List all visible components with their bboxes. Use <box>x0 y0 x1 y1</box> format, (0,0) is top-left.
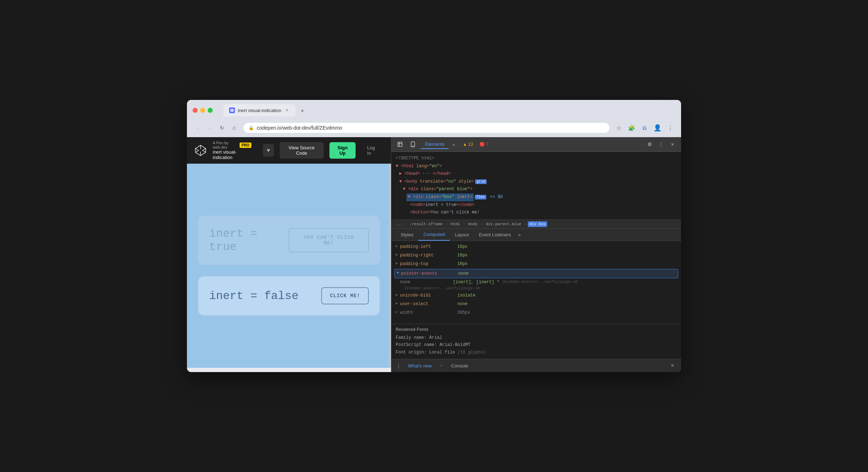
inert-false-label: inert = false <box>209 289 299 303</box>
css-prop-padding-right[interactable]: ▶ padding-right 16px <box>391 251 681 260</box>
click-me-button[interactable]: CLICK ME! <box>321 287 369 304</box>
profile-btn[interactable]: 👤 <box>652 123 662 133</box>
whats-new-close-btn[interactable]: × <box>438 362 445 369</box>
css-source-link-row: ZEvdmmo:anon=tr...ew=fullpage:30 <box>391 285 681 291</box>
warning-badge[interactable]: ▲ 13 <box>460 141 475 148</box>
bottom-dots-btn[interactable]: ⋮ <box>396 362 401 369</box>
layout-tab[interactable]: Layout <box>450 229 474 240</box>
close-traffic-light[interactable] <box>193 108 198 113</box>
devtools-more-btn[interactable]: ⋮ <box>656 139 666 149</box>
google-btn[interactable]: G <box>640 123 650 133</box>
minimize-traffic-light[interactable] <box>200 108 205 113</box>
extensions-btn[interactable]: 🧩 <box>627 123 637 133</box>
reload-btn[interactable]: ↻ <box>217 123 227 133</box>
styles-tab[interactable]: Styles <box>396 229 418 240</box>
forward-btn[interactable]: › <box>205 123 215 133</box>
font-glyphs-text: (18 glyphs) <box>458 350 486 355</box>
new-tab-btn[interactable]: + <box>297 106 308 116</box>
codepen-favicon <box>229 107 235 113</box>
active-tab[interactable]: inert visual-indication × <box>223 104 295 116</box>
address-bar: ‹ › ↻ ⌂ 🔒 codepen.io/web-dot-dev/full/ZE… <box>187 120 681 137</box>
computed-tab[interactable]: Computed <box>418 229 450 241</box>
title-bar: inert visual-indication × + <box>187 100 681 120</box>
dom-line-doctype: <!DOCTYPE html> <box>396 155 677 163</box>
signup-btn[interactable]: Sign Up <box>329 142 356 159</box>
browser-more-btn[interactable]: ⋮ <box>665 123 675 133</box>
devtools-close-btn[interactable]: × <box>667 139 677 149</box>
dom-line-head[interactable]: ▶ <head> ··· </head> <box>396 170 677 178</box>
dom-line-body[interactable]: ▼ <body translate="no" style>grid <box>396 178 677 186</box>
inert-true-label: inert = true <box>209 227 289 254</box>
tab-close-btn[interactable]: × <box>284 107 290 113</box>
svg-rect-14 <box>398 142 402 146</box>
rendered-fonts-title: Rendered Fonts <box>396 327 677 332</box>
preview-pane: inert = true YOU CAN'T CLICK ME! inert =… <box>187 164 391 368</box>
maximize-traffic-light[interactable] <box>208 108 213 113</box>
more-devtools-tabs-btn[interactable]: » <box>449 140 458 149</box>
console-tab[interactable]: Console <box>448 362 472 370</box>
css-prop-width[interactable]: ▶ width 395px <box>391 308 681 317</box>
tab-title: inert visual-indication <box>238 108 281 113</box>
back-btn[interactable]: ‹ <box>193 123 203 133</box>
devtools-tabs: Elements » <box>421 140 458 149</box>
font-family-text: Family name: Arial <box>396 335 442 340</box>
traffic-lights <box>193 108 213 113</box>
css-prop-pointer-events-sub: none [inert], [inert] * ZEvdmmo:anon=tr.… <box>391 279 681 285</box>
devtools-pane: Elements » ▲ 13 🔴 7 ⚙ ⋮ × <!DOCTYPE html… <box>391 137 681 372</box>
error-badge[interactable]: 🔴 7 <box>477 141 491 148</box>
elements-tab[interactable]: Elements <box>421 140 449 149</box>
inert-true-box: inert = true YOU CAN'T CLICK ME! <box>198 216 380 265</box>
whats-new-tab[interactable]: What's new <box>404 362 435 370</box>
title-bar-top: inert visual-indication × + <box>193 104 675 116</box>
pen-title: inert visual-indication <box>213 149 251 160</box>
dom-line-button[interactable]: <button>You can't click me! <box>396 209 677 217</box>
codepen-logo <box>194 144 207 157</box>
breadcrumb-body[interactable]: body <box>467 221 479 227</box>
css-prop-pointer-events[interactable]: ▼ pointer-events none <box>394 269 678 278</box>
breadcrumb-box[interactable]: div.box <box>528 221 547 227</box>
svg-line-12 <box>196 150 199 152</box>
breadcrumb-result-iframe[interactable]: .result-iframe <box>408 221 444 227</box>
svg-line-13 <box>196 149 199 150</box>
css-prop-unicode-bidi[interactable]: ▶ unicode-bidi isolate <box>391 291 681 300</box>
url-security-icon: 🔒 <box>249 125 254 130</box>
font-origin-line: Font origin: Local file (18 glyphs) <box>396 349 677 356</box>
login-btn[interactable]: Log In <box>361 142 384 159</box>
dom-line-parent-div[interactable]: ▼ <div class="parent blue"> <box>396 186 677 193</box>
devtools-toolbar: Elements » ▲ 13 🔴 7 ⚙ ⋮ × <box>391 137 681 152</box>
breadcrumb-parent-blue[interactable]: div.parent.blue <box>484 221 522 227</box>
font-family-line: Family name: Arial <box>396 334 677 341</box>
home-btn[interactable]: ⌂ <box>229 123 239 133</box>
dom-line-box-div[interactable]: ▼ <div class="box" inert>flex == $0 <box>396 193 677 201</box>
breadcrumb-html[interactable]: html <box>449 221 461 227</box>
pen-author-row: A Pen by web.dev PRO <box>213 141 251 149</box>
pen-author: A Pen by web.dev <box>213 141 237 149</box>
pro-badge: PRO <box>240 143 252 148</box>
cant-click-button: YOU CAN'T CLICK ME! <box>289 228 369 252</box>
browser-toolbar-right: ☆ 🧩 G 👤 ⋮ <box>614 123 675 133</box>
close-bottom-panel-btn[interactable]: × <box>668 361 677 370</box>
css-prop-padding-top[interactable]: ▶ padding-top 16px <box>391 260 681 268</box>
css-prop-user-select[interactable]: ▶ user-select none <box>391 300 681 308</box>
codepen-toolbar: A Pen by web.dev PRO inert visual-indica… <box>187 137 391 164</box>
inspect-element-btn[interactable] <box>395 139 405 149</box>
preview-divider[interactable] <box>389 164 391 368</box>
devtools-settings-btn[interactable]: ⚙ <box>645 139 655 149</box>
url-text: codepen.io/web-dot-dev/full/ZEvdmmo <box>257 125 342 131</box>
browser-window: inert visual-indication × + ‹ › ↻ ⌂ 🔒 co… <box>187 100 681 372</box>
view-source-btn[interactable]: View Source Code <box>280 142 324 159</box>
url-bar[interactable]: 🔒 codepen.io/web-dot-dev/full/ZEvdmmo <box>243 123 609 133</box>
dom-breadcrumb: ... : .result-iframe › html › body › div… <box>391 220 681 229</box>
svg-line-9 <box>202 149 206 150</box>
breadcrumb-dots[interactable]: ... <box>396 222 403 226</box>
event-listeners-tab[interactable]: Event Listeners <box>474 229 516 240</box>
css-prop-padding-left[interactable]: ▶ padding-left 16px <box>391 242 681 251</box>
device-toggle-btn[interactable] <box>408 139 418 149</box>
bookmark-btn[interactable]: ☆ <box>614 123 624 133</box>
devtools-alerts: ▲ 13 🔴 7 <box>460 141 491 148</box>
inert-false-box: inert = false CLICK ME! <box>198 276 380 316</box>
dom-line-code[interactable]: <code>inert = true</code> <box>396 201 677 209</box>
dom-line-html[interactable]: ▼ <html lang="en"> <box>396 163 677 170</box>
heart-btn[interactable]: ♥ <box>263 144 274 157</box>
more-panel-tabs[interactable]: » <box>516 229 523 240</box>
